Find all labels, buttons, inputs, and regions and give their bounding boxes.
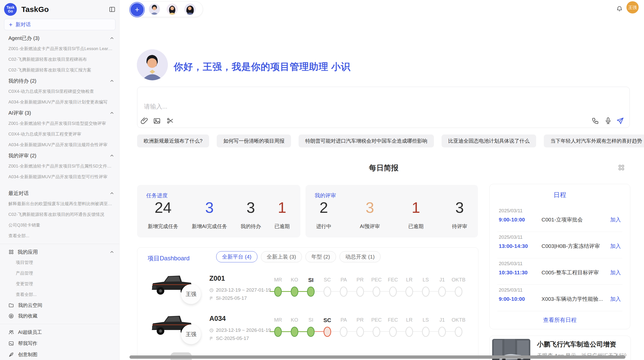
- suggestion-chip[interactable]: 当下年轻人对汽车外观有怎样的喜好趋势: [544, 134, 644, 147]
- agent-avatar[interactable]: [167, 4, 178, 15]
- sidebar-item[interactable]: C0X4-动力总成开发项目工程变更评审: [0, 129, 120, 140]
- attachment-icon[interactable]: [140, 117, 148, 125]
- sidebar-section-header[interactable]: Agent已办 (3): [0, 33, 120, 43]
- sidebar-item-ai-employee[interactable]: AI超级员工: [0, 327, 120, 338]
- tab-new-body[interactable]: 全新上装 (3): [261, 251, 302, 262]
- suggestion-chip[interactable]: 如何写一份清晰的项目周报: [217, 134, 291, 147]
- divider: [0, 244, 120, 244]
- send-icon[interactable]: [616, 117, 624, 125]
- suggestion-chip[interactable]: 比亚迪全固态电池计划具体说了什么: [442, 134, 536, 147]
- milestone-dot: [291, 327, 298, 337]
- event-date: 2025/03/11: [499, 287, 523, 293]
- section-title: 我的待办 (2): [8, 78, 36, 84]
- milestone-label: LR: [401, 277, 418, 283]
- project-row[interactable]: 王强 A034 2023-12-19 ~ 2026-01-19 SC-2025-…: [137, 306, 478, 346]
- section-title: AI评审 (3): [8, 110, 31, 116]
- milestone-label: OKTB: [450, 317, 467, 323]
- chevron-up-icon[interactable]: [109, 153, 114, 158]
- agent-avatar[interactable]: [149, 4, 160, 15]
- event-name: X003-车辆动力学性能验...: [541, 295, 607, 303]
- sidebar-item-cloud-space[interactable]: 我的云空间: [0, 300, 120, 311]
- sidebar-item[interactable]: 查看全部...: [0, 231, 120, 241]
- favorites-label: 我的收藏: [18, 313, 37, 319]
- sidebar-item[interactable]: 公司Q3轻卡销量: [0, 220, 120, 231]
- layout-grid-icon[interactable]: [618, 164, 625, 171]
- milestone-dot: [422, 287, 430, 297]
- sidebar-item[interactable]: Z001-全新燃油轻卡产品开发项目SI节点属性5D文件评审: [0, 161, 120, 172]
- sidebar-item[interactable]: Z001-全新燃油轻卡产品开发项目SI造型提交物评审: [0, 118, 120, 129]
- microphone-icon[interactable]: [604, 117, 612, 125]
- sidebar-item[interactable]: Z001-全新燃油皮卡产品开发项目SI节点Lesson Learn报告: [0, 43, 120, 54]
- sidebar-item[interactable]: A034-全新新能源MUV产品开发项目法规符合性评审: [0, 140, 120, 150]
- horizontal-scrollbar[interactable]: [129, 355, 625, 359]
- sidebar-item[interactable]: C02-飞腾新能源轻客改款项目立项汇报方案: [0, 65, 120, 76]
- sidebar-item-product-mgmt[interactable]: 产品管理: [0, 268, 120, 279]
- sidebar-item-my-apps[interactable]: 我的应用: [0, 247, 120, 257]
- sidebar-item-creative-draw[interactable]: 创意制图: [0, 349, 120, 360]
- suggestion-chip[interactable]: 特朗普可能对进口汽车增税会对中国车企造成哪些影响: [299, 134, 434, 147]
- add-agent-button[interactable]: +: [130, 3, 144, 17]
- sidebar-item[interactable]: A034-全新新能源MUV产品开发项目造型可行性评审: [0, 172, 120, 182]
- chevron-up-icon[interactable]: [109, 191, 114, 196]
- stat-overdue: 1已逾期: [274, 199, 290, 230]
- sidebar-collapse-icon[interactable]: [109, 6, 115, 13]
- sidebar-section-header[interactable]: AI评审 (3): [0, 108, 120, 118]
- milestone-label: PEC: [368, 277, 385, 283]
- help-write-label: 帮我写作: [18, 340, 37, 347]
- milestone-dot: [455, 327, 462, 337]
- sidebar-section-header[interactable]: 最近对话: [0, 188, 120, 199]
- new-chat-button[interactable]: + 新对话: [4, 19, 115, 30]
- sidebar-item-help-write[interactable]: 帮我写作: [0, 338, 120, 349]
- sidebar-section-header[interactable]: 我的评审 (2): [0, 150, 120, 161]
- sidebar-item-project-mgmt[interactable]: 项目管理: [0, 257, 120, 268]
- chevron-up-icon[interactable]: [109, 110, 114, 115]
- sidebar-item-view-all-apps[interactable]: 查看全部...: [0, 289, 120, 300]
- tab-year-model[interactable]: 年型 (2): [305, 251, 336, 262]
- chevron-up-icon[interactable]: [109, 78, 114, 83]
- chevron-up-icon[interactable]: [109, 249, 114, 254]
- agent-avatar[interactable]: [184, 4, 196, 15]
- milestone-dot: [340, 327, 347, 337]
- image-icon[interactable]: [153, 117, 161, 125]
- join-link[interactable]: 加入: [610, 269, 621, 276]
- divider: [0, 324, 120, 324]
- sidebar-item[interactable]: C02-飞腾新能源轻客改款项目里程碑画布: [0, 54, 120, 65]
- sidebar-item[interactable]: A034-全新新能源MUV产品开发项目计划变更表编写: [0, 97, 120, 108]
- phone-icon[interactable]: [592, 117, 599, 125]
- user-avatar[interactable]: 王强: [626, 1, 639, 13]
- join-link[interactable]: 加入: [610, 216, 621, 223]
- chat-composer[interactable]: [137, 87, 630, 128]
- sidebar-item-favorites[interactable]: 我的收藏: [0, 311, 120, 321]
- join-link[interactable]: 加入: [610, 295, 621, 303]
- view-all-schedule-link[interactable]: 查看所有日程: [490, 316, 630, 324]
- scissors-icon[interactable]: [166, 117, 174, 125]
- sidebar-item[interactable]: C02-飞腾新能源轻客改款项目的闭环通告反馈情况: [0, 209, 120, 220]
- project-row[interactable]: 王强 Z001 2023-12-19 ~ 2027-01-19 SI-2025-…: [137, 265, 478, 306]
- suggestion-chip[interactable]: 欧洲新规最近颁布了什么?: [137, 134, 209, 147]
- sidebar-section-header[interactable]: 我的待办 (2): [0, 76, 120, 86]
- join-link[interactable]: 加入: [610, 243, 621, 250]
- tab-powertrain[interactable]: 动总开发 (1): [340, 251, 381, 262]
- project-next-node: SI-2025-05-17: [209, 295, 247, 301]
- milestone-dot: [356, 287, 364, 297]
- news-title: 小鹏飞行汽车制造公司增资: [537, 340, 616, 349]
- sidebar-item-change-mgmt[interactable]: 变更管理: [0, 279, 120, 289]
- milestone-dot: [291, 287, 298, 297]
- project-code: A034: [209, 315, 226, 323]
- daily-brief-title: 每日简报: [137, 163, 630, 173]
- schedule-title: 日程: [490, 191, 630, 199]
- chevron-up-icon[interactable]: [109, 36, 114, 41]
- notification-bell-icon[interactable]: [616, 6, 623, 12]
- milestone-dot: [274, 327, 282, 337]
- chat-input[interactable]: [143, 103, 450, 110]
- pen-icon: [8, 352, 14, 357]
- sidebar-item[interactable]: C0X4-动力总成开发项目SI里程碑提交物检查: [0, 86, 120, 97]
- greeting-text: 你好，王强，我是你的项目管理助理 小识: [174, 61, 350, 73]
- sidebar-item[interactable]: 解释最新出台的欧盟报废车法规再生塑料比例被调至15%...: [0, 199, 120, 209]
- milestone-label: SC: [319, 317, 336, 324]
- tab-new-platform[interactable]: 全新平台 (4): [216, 251, 257, 262]
- milestone-label: SI: [303, 317, 319, 323]
- stat-new-done: 24新增完成任务: [148, 199, 178, 230]
- project-next-node: SC-2025-05-17: [209, 336, 249, 341]
- milestone-dot: [324, 327, 331, 337]
